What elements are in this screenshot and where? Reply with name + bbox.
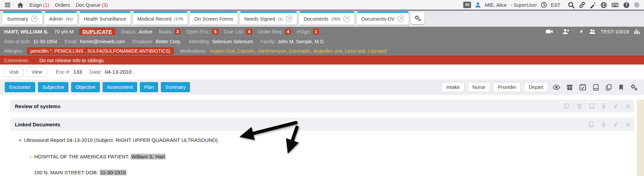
archive-icon[interactable] [565,84,575,91]
tab-medical-record[interactable]: Medical Record (179) [133,11,188,25]
depart-button[interactable]: Depart [524,82,548,92]
chart-tabs-row: Summary Admin (41) Health Surveillance M… [0,10,644,27]
enc-nav-assessment[interactable]: Assessment [103,82,137,92]
calendar-check-icon[interactable] [578,83,588,91]
intake-button[interactable]: Intake [442,82,465,92]
gears-icon[interactable] [629,83,639,91]
document-title[interactable]: Ultrasound Report 04-13-2010 (Subject: R… [24,137,218,143]
tab-on-screen-forms[interactable]: On Screen Forms [190,11,237,25]
close-icon[interactable] [622,102,634,110]
tab-count: (179) [174,17,183,21]
tab-settings-gears-icon[interactable] [411,12,425,24]
people-icon[interactable] [589,28,596,35]
wand-icon[interactable] [589,1,597,8]
popout-icon[interactable] [343,15,350,22]
eye-icon[interactable] [551,83,562,91]
copy-icon[interactable] [561,102,573,110]
enc-nav-subjective[interactable]: Subjective [38,82,69,92]
tasks-label: Tasks: [158,29,173,34]
comments-text: Do not release info to siblings. [39,58,105,63]
enc-nav-objective[interactable]: Objective [71,82,100,92]
tab-documents[interactable]: Documents (282) [299,11,355,25]
close-icon[interactable] [622,120,634,128]
allergies-medications-row: Allergies: penicillin *, PENICILLINS , S… [0,46,644,56]
popout-icon[interactable] [285,15,293,22]
linked-document-item[interactable]: •Ultrasound Report 04-13-2010 (Subject: … [19,137,644,143]
presence-dot-icon [634,2,640,8]
bolt-icon[interactable] [579,29,584,34]
globe-icon[interactable] [600,2,607,8]
duplicate-flag[interactable]: DUPLICATE [79,28,115,35]
visit-button[interactable]: Visit [4,67,23,77]
copy-icon[interactable] [604,84,614,91]
book-icon[interactable] [585,120,597,128]
tab-admin[interactable]: Admin (41) [45,11,77,25]
attending-label: Attending: [189,39,210,44]
tasks-count-badge[interactable]: 3 [175,29,181,34]
enc-nav-summary[interactable]: Summary [161,82,190,92]
enc-nav-plan[interactable]: Plan [140,82,158,92]
section-review-of-systems[interactable]: Review of systems [10,100,634,112]
view-button[interactable]: View [26,67,47,77]
popout-icon[interactable] [31,15,38,22]
keyboard-icon[interactable] [611,1,619,8]
section-linked-documents[interactable]: Linked Documents [10,118,634,131]
pencil-icon[interactable] [609,120,622,128]
enc-nav-encounter[interactable]: Encounter [5,82,35,92]
ai-badge[interactable]: AI [463,2,471,8]
search-icon[interactable] [567,1,575,9]
help-icon[interactable] [623,2,630,8]
patient-header: HART, WILLIAM S. 70 y/o M DUPLICATE Stat… [0,27,644,56]
due-list-label: Due List: [224,29,244,34]
tab-summary[interactable]: Summary [3,11,42,25]
nav-esign[interactable]: Esign (1) [29,2,49,8]
due-list-count-badge[interactable]: 4 [246,29,252,34]
section-title: Review of systems [15,103,60,109]
user-name[interactable]: MIE, Alice [485,2,507,8]
add-person-icon[interactable] [562,28,570,35]
popout-icon[interactable] [397,15,404,22]
enc-number-label: Enc #: [56,69,70,75]
user-icon[interactable] [475,2,481,8]
tab-documents-dv[interactable]: Documents-DV [357,11,409,25]
dob-value: 11-30-1954 [33,39,57,44]
video-camera-icon[interactable] [545,28,553,35]
tab-label: Documents-DV [361,16,394,22]
allergies-label: Allergies: [4,48,24,54]
status-label: Status: [121,29,137,34]
pencil-icon[interactable] [609,102,622,110]
provider-button[interactable]: Provider [493,82,521,92]
dob-label: Date of birth: [4,39,31,44]
open-enc-count-badge[interactable]: 5 [212,29,218,34]
nav-esign-label: Esign [29,2,42,8]
nav-orders[interactable]: Orders [55,2,70,8]
note-content: Review of systems Linked Documents •Ultr… [0,100,644,176]
clock-icon[interactable] [541,2,547,8]
esign-count-badge[interactable]: 1 [313,29,319,34]
trash-icon[interactable] [573,102,585,110]
microphone-icon[interactable] [597,120,609,128]
hamburger-menu-icon[interactable] [4,1,11,8]
bullet-icon: • [19,137,24,143]
patient-name: HART, WILLIAM S. [4,29,48,34]
chart-bars-icon[interactable] [634,28,640,35]
enc-number-value: 133 [73,69,82,75]
nav-doc-queue[interactable]: Doc Queue (3) [76,2,108,8]
chart-id[interactable]: TEST-10019 [601,29,629,34]
tab-label: Admin [49,16,63,22]
book-icon[interactable] [585,102,597,110]
medications-list[interactable]: Aspirin Oral, Calcium, clarithromycin, C… [210,48,386,54]
book-icon[interactable] [591,84,601,91]
tab-needs-signed[interactable]: Needs Signed (1) [240,11,297,25]
home-icon[interactable] [17,2,24,8]
email-value[interactable]: horner@mieweb.com [80,39,125,44]
nurse-button[interactable]: Nurse [468,82,490,92]
open-enc-label: Open Enc: [186,29,210,34]
order-req-count-badge[interactable]: 4 [285,29,291,34]
bookmark-icon[interactable] [617,84,626,91]
microphone-icon[interactable] [597,102,609,110]
tab-health-surveillance[interactable]: Health Surveillance [80,11,131,25]
allergies-badge[interactable]: penicillin *, PENICILLINS , SULFA(SULFON… [27,47,174,55]
link-icon[interactable] [579,1,586,8]
section-title: Linked Documents [15,122,60,127]
